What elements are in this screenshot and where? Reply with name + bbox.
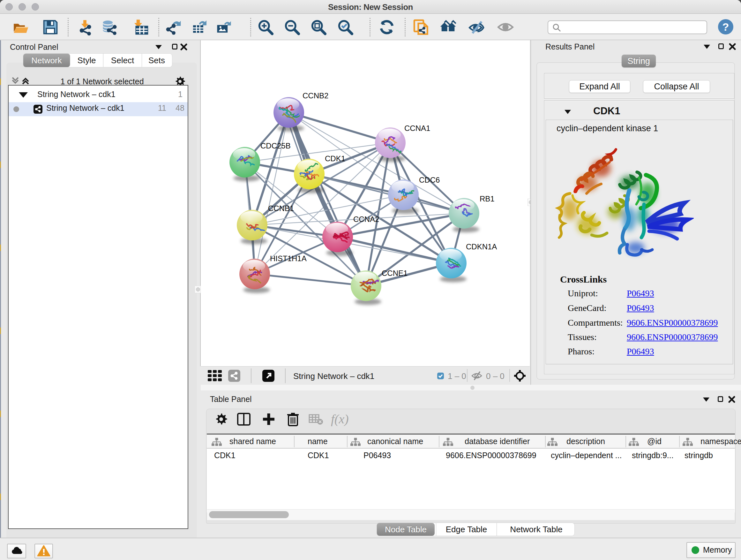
svg-text:CDK1: CDK1 — [325, 154, 345, 163]
svg-text:CDKN1A: CDKN1A — [466, 242, 497, 251]
svg-text:CCNB1: CCNB1 — [268, 204, 294, 212]
svg-text:HIST1H1A: HIST1H1A — [270, 254, 307, 263]
svg-text:RB1: RB1 — [480, 194, 495, 203]
svg-text:CCNE1: CCNE1 — [382, 269, 408, 277]
svg-text:CDC6: CDC6 — [419, 176, 440, 184]
svg-text:CCNA2: CCNA2 — [353, 215, 379, 224]
svg-text:CCNB2: CCNB2 — [302, 91, 328, 100]
svg-text:CDC25B: CDC25B — [260, 141, 291, 150]
svg-text:CCNA1: CCNA1 — [404, 124, 430, 132]
